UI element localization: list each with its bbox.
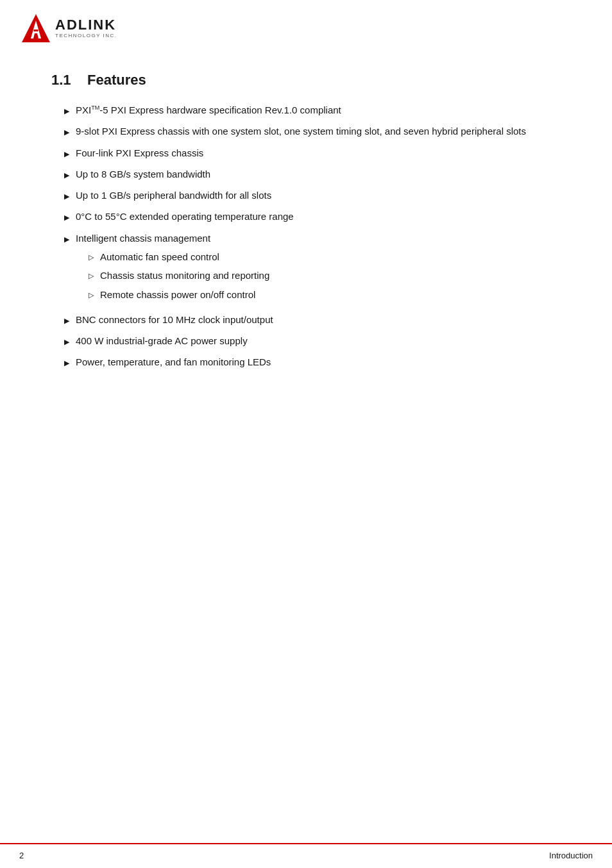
logo-subtitle-text: TECHNOLOGY INC. [55,33,117,38]
section-title: Features [87,72,146,88]
main-content: 1.1 Features PXITM-5 PXI Express hardwar… [0,53,612,402]
feature-list: PXITM-5 PXI Express hardware specificati… [64,103,561,370]
page: ADLINK TECHNOLOGY INC. 1.1 Features PXIT… [0,0,612,868]
feature-8gbs-text: Up to 8 GB/s system bandwidth [76,167,210,181]
section-heading: 1.1 Features [51,72,561,88]
sub-bullet-icon [89,288,94,301]
feature-temp-text: 0°C to 55°C extended operating temperatu… [76,209,294,224]
feature-fourlink-text: Four-link PXI Express chassis [76,146,203,160]
sub-fan-text: Automatic fan speed control [100,249,219,264]
feature-leds-text: Power, temperature, and fan monitoring L… [76,355,271,369]
feature-400w-text: 400 W industrial-grade AC power supply [76,333,248,348]
bullet-arrow-icon [64,126,69,138]
sub-remote-text: Remote chassis power on/off control [100,287,255,302]
list-item: PXITM-5 PXI Express hardware specificati… [64,103,561,117]
list-item: BNC connectors for 10 MHz clock input/ou… [64,312,561,327]
bullet-arrow-icon [64,314,69,327]
feature-1gbs-text: Up to 1 GB/s peripheral bandwidth for al… [76,188,271,203]
bullet-arrow-icon [64,147,69,160]
bullet-arrow-icon [64,356,69,369]
footer: 2 Introduction [0,843,612,868]
tm-superscript: TM [91,104,99,111]
feature-intelligent-container: Intelligent chassis management Automatic… [76,231,269,306]
footer-page-number: 2 [19,851,24,860]
sub-bullet-icon [89,269,94,282]
svg-rect-2 [34,29,38,31]
bullet-arrow-icon [64,335,69,348]
footer-section-label: Introduction [549,851,593,860]
sub-bullet-icon [89,251,94,263]
list-item: 0°C to 55°C extended operating temperatu… [64,209,561,224]
feature-intelligent-text: Intelligent chassis management [76,233,210,244]
bullet-arrow-icon [64,233,69,246]
list-item: Intelligent chassis management Automatic… [64,231,561,306]
feature-bnc-text: BNC connectors for 10 MHz clock input/ou… [76,312,273,327]
list-item: 9-slot PXI Express chassis with one syst… [64,124,561,138]
bullet-arrow-icon [64,169,69,181]
logo-container: ADLINK TECHNOLOGY INC. [19,12,593,45]
list-item: 400 W industrial-grade AC power supply [64,333,561,348]
bullet-arrow-icon [64,104,69,117]
sub-chassis-text: Chassis status monitoring and reporting [100,268,269,283]
logo-text: ADLINK TECHNOLOGY INC. [55,18,117,38]
list-item: Up to 1 GB/s peripheral bandwidth for al… [64,188,561,203]
adlink-logo-icon [19,12,53,45]
list-item: Power, temperature, and fan monitoring L… [64,355,561,369]
feature-pxi-text: PXITM-5 PXI Express hardware specificati… [76,103,341,117]
sub-feature-list: Automatic fan speed control Chassis stat… [89,249,269,302]
list-item: Automatic fan speed control [89,249,269,264]
bullet-arrow-icon [64,190,69,203]
logo-adlink-text: ADLINK [55,18,117,32]
list-item: Four-link PXI Express chassis [64,146,561,160]
header: ADLINK TECHNOLOGY INC. [0,0,612,53]
list-item: Up to 8 GB/s system bandwidth [64,167,561,181]
list-item: Remote chassis power on/off control [89,287,269,302]
section-number: 1.1 [51,72,77,88]
feature-9slot-text: 9-slot PXI Express chassis with one syst… [76,124,526,138]
list-item: Chassis status monitoring and reporting [89,268,269,283]
bullet-arrow-icon [64,211,69,224]
